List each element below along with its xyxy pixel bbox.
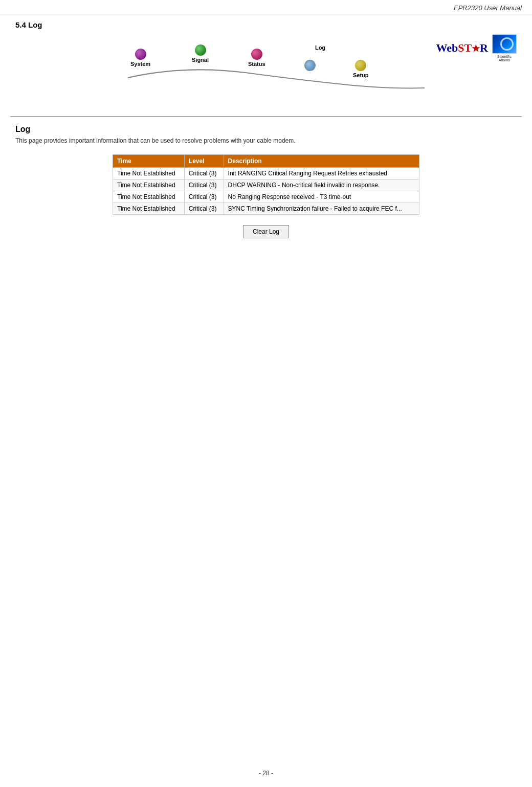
- log-table-wrapper: Time Level Description Time Not Establis…: [15, 154, 517, 215]
- log-table: Time Level Description Time Not Establis…: [113, 154, 419, 215]
- page-header: EPR2320 User Manual: [0, 0, 532, 14]
- nav-item-status[interactable]: Status: [248, 49, 265, 67]
- status-dot: [251, 49, 262, 60]
- sa-text: Scientific Atlanta: [497, 55, 512, 62]
- manual-title: EPR2320 User Manual: [454, 4, 522, 12]
- cell-1-0: Time Not Established: [113, 179, 185, 191]
- setup-label: Setup: [353, 72, 369, 78]
- button-area: Clear Log: [15, 225, 517, 238]
- webstar-logo: WebST★R: [436, 41, 488, 55]
- nav-item-setup[interactable]: Setup: [353, 60, 369, 78]
- log-title: Log: [15, 125, 517, 134]
- clear-log-button[interactable]: Clear Log: [243, 225, 289, 238]
- cell-3-2: SYNC Timing Synchronization failure - Fa…: [224, 203, 419, 215]
- page-footer: - 28 -: [0, 770, 532, 777]
- cell-0-1: Critical (3): [184, 168, 224, 179]
- system-label: System: [130, 61, 150, 67]
- log-label: Log: [315, 44, 325, 51]
- nav-area: WebST★R Scientific Atlanta System Signal: [0, 29, 532, 116]
- table-row: Time Not EstablishedCritical (3)SYNC Tim…: [113, 203, 419, 215]
- page-number: - 28 -: [259, 770, 273, 777]
- nav-item-system[interactable]: System: [130, 49, 150, 67]
- cell-2-1: Critical (3): [184, 191, 224, 203]
- section-heading: 5.4 Log: [0, 14, 532, 29]
- cell-0-0: Time Not Established: [113, 168, 185, 179]
- status-label: Status: [248, 61, 265, 67]
- cell-1-2: DHCP WARNING - Non-critical field invali…: [224, 179, 419, 191]
- nav-item-signal[interactable]: Signal: [192, 44, 209, 63]
- logo-area: WebST★R Scientific Atlanta: [436, 34, 517, 62]
- signal-label: Signal: [192, 57, 209, 63]
- nav-curve-svg: [107, 62, 425, 93]
- log-dot: [304, 60, 316, 71]
- col-level: Level: [184, 155, 224, 168]
- setup-dot: [355, 60, 366, 71]
- system-dot: [135, 49, 146, 60]
- table-row: Time Not EstablishedCritical (3)No Rangi…: [113, 191, 419, 203]
- table-row: Time Not EstablishedCritical (3)Init RAN…: [113, 168, 419, 179]
- cell-0-2: Init RANGING Critical Ranging Request Re…: [224, 168, 419, 179]
- nav-item-log[interactable]: Log: [304, 54, 316, 72]
- cell-2-0: Time Not Established: [113, 191, 185, 203]
- sa-logo-box: [492, 34, 517, 54]
- table-header-row: Time Level Description: [113, 155, 419, 168]
- log-description: This page provides important information…: [15, 137, 517, 144]
- cell-2-2: No Ranging Response received - T3 time-o…: [224, 191, 419, 203]
- signal-dot: [195, 44, 206, 56]
- cell-3-1: Critical (3): [184, 203, 224, 215]
- cell-1-1: Critical (3): [184, 179, 224, 191]
- content-area: Log This page provides important informa…: [0, 117, 532, 246]
- cell-3-0: Time Not Established: [113, 203, 185, 215]
- table-row: Time Not EstablishedCritical (3)DHCP WAR…: [113, 179, 419, 191]
- col-description: Description: [224, 155, 419, 168]
- col-time: Time: [113, 155, 185, 168]
- scientific-atlanta-logo: Scientific Atlanta: [492, 34, 517, 62]
- nav-bar: System Signal Status Log Setup: [92, 34, 440, 111]
